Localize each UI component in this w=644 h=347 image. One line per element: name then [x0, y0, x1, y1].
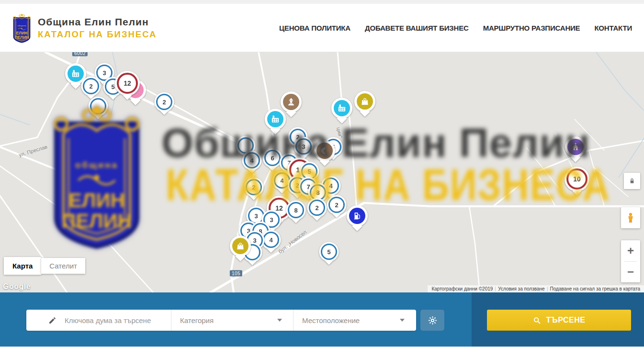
zoom-control: + −: [621, 240, 640, 282]
factory-marker[interactable]: [267, 111, 283, 127]
fuel-marker[interactable]: [349, 208, 365, 224]
cluster-marker[interactable]: 2: [156, 94, 172, 110]
attribution-copyright: Картографски данни ©2019: [429, 286, 495, 291]
lock-button[interactable]: [624, 173, 640, 189]
search-submit-label: ТЪРСЕНЕ: [546, 316, 586, 325]
worker-marker[interactable]: [283, 94, 299, 110]
chevron-down-icon: [277, 319, 282, 322]
factory-marker[interactable]: [68, 66, 84, 82]
attribution-report-link[interactable]: Подаване на сигнал за грешка в картата: [548, 286, 643, 291]
cluster-marker[interactable]: 4: [244, 152, 260, 168]
svg-text:община: община: [17, 25, 26, 27]
cluster-marker[interactable]: 3: [295, 138, 312, 155]
street-view-pegman-button[interactable]: [621, 207, 640, 228]
cluster-marker[interactable]: 8: [288, 202, 304, 218]
brand-logo[interactable]: община ЕЛИН ПЕЛИН Община Елин Пелин КАТА…: [11, 13, 157, 43]
cluster-marker[interactable]: 4: [263, 232, 279, 248]
municipality-crest-icon: община ЕЛИН ПЕЛИН: [11, 13, 33, 43]
advanced-settings-button[interactable]: [420, 310, 444, 331]
cluster-marker[interactable]: [237, 137, 254, 154]
search-bar: Категория Местоположение: [0, 292, 644, 347]
search-submit-button[interactable]: ТЪРСЕНЕ: [487, 310, 631, 331]
cluster-marker[interactable]: 2: [328, 197, 345, 213]
nav-add-your-business[interactable]: ДОБАВЕТЕ ВАШИЯТ БИЗНЕС: [365, 24, 469, 32]
nav-route-schedule[interactable]: МАРШРУТНО РАЗПИСАНИЕ: [483, 24, 580, 32]
svg-text:ПЕЛИН: ПЕЛИН: [15, 34, 29, 39]
location-dropdown[interactable]: Местоположение: [294, 316, 416, 325]
map-type-control: Карта Сателит: [4, 257, 85, 275]
pencil-icon: [48, 316, 56, 325]
site-title: Община Елин Пелин: [38, 16, 157, 28]
lock-icon: [628, 177, 636, 185]
attribution-terms-link[interactable]: Условия за ползване: [496, 286, 547, 291]
bag-marker[interactable]: [357, 93, 373, 110]
top-strip: [0, 0, 644, 4]
cluster-marker[interactable]: 2: [309, 200, 325, 216]
keyword-search-input[interactable]: [64, 316, 157, 325]
map-type-satellite-button[interactable]: Сателит: [41, 258, 85, 274]
cluster-marker[interactable]: 4: [274, 172, 290, 189]
map-attribution: Картографски данни ©2019 Условия за полз…: [428, 285, 644, 292]
map-markers: 32512223564713542472822128333843510: [0, 52, 644, 292]
zoom-in-button[interactable]: +: [621, 240, 640, 261]
gear-icon: [428, 315, 438, 325]
cluster-marker[interactable]: 6: [264, 150, 281, 166]
church-marker[interactable]: [567, 139, 584, 155]
category-dropdown-label: Категория: [180, 316, 214, 325]
keyword-field-wrap: [26, 316, 171, 325]
moon-marker[interactable]: [316, 143, 333, 159]
chevron-down-icon: [400, 319, 405, 322]
cluster-marker[interactable]: 12: [117, 73, 138, 94]
cluster-marker[interactable]: 2: [246, 179, 262, 195]
header: община ЕЛИН ПЕЛИН Община Елин Пелин КАТА…: [0, 4, 644, 52]
category-dropdown[interactable]: Категория: [171, 316, 293, 325]
cluster-marker[interactable]: 2: [83, 78, 99, 94]
search-icon: [533, 316, 541, 325]
google-logo[interactable]: Google: [3, 282, 31, 291]
map-canvas[interactable]: 6002105ул. Преславбул. „Новоселции" 3251…: [0, 52, 644, 292]
cluster-marker[interactable]: 8: [310, 184, 326, 201]
cluster-marker[interactable]: 10: [566, 168, 588, 190]
site-subtitle: КАТАЛОГ НА БИЗНЕСА: [38, 29, 157, 40]
location-dropdown-label: Местоположение: [302, 316, 360, 325]
map-type-map-button[interactable]: Карта: [4, 257, 41, 275]
zoom-out-button[interactable]: −: [621, 262, 640, 283]
search-form: Категория Местоположение: [26, 310, 416, 331]
nav-pricing-policy[interactable]: ЦЕНОВА ПОЛИТИКА: [279, 24, 350, 32]
nav-contacts[interactable]: КОНТАКТИ: [594, 24, 632, 32]
main-nav: ЦЕНОВА ПОЛИТИКА ДОБАВЕТЕ ВАШИЯТ БИЗНЕС М…: [279, 24, 632, 32]
cluster-marker[interactable]: 5: [321, 244, 337, 260]
bag-marker[interactable]: [232, 238, 249, 254]
cluster-marker[interactable]: 3: [248, 208, 264, 224]
factory-marker[interactable]: [334, 100, 350, 116]
cluster-marker[interactable]: [90, 98, 106, 114]
pegman-icon: [625, 210, 636, 225]
